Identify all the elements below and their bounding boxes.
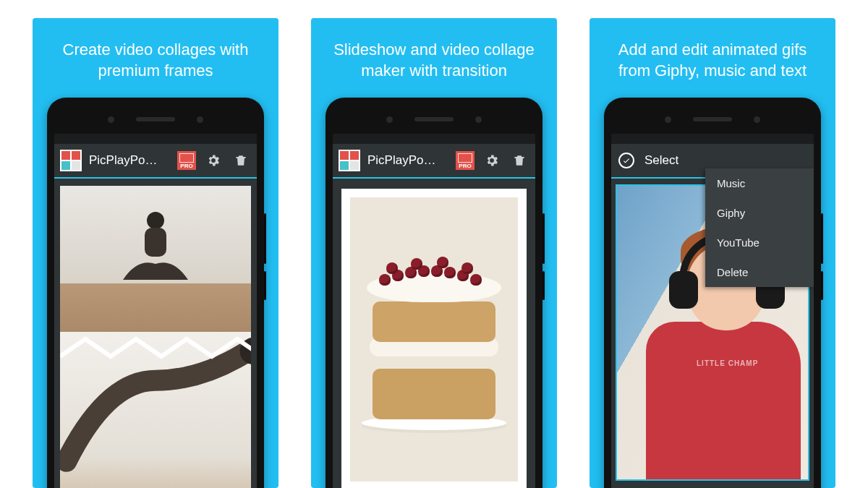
trash-icon: [512, 153, 527, 168]
status-bar: [611, 134, 814, 144]
delete-button[interactable]: [231, 150, 251, 171]
phone-screen: PicPlayPo… PRO: [54, 134, 257, 488]
panel-caption: Create video collages with premium frame…: [33, 18, 278, 98]
app-bar: PicPlayPo… PRO: [54, 144, 257, 179]
phone-screen: Select Music Giphy YouTube Delete LITTLE…: [611, 134, 814, 488]
phone-screen: PicPlayPo… PRO: [333, 134, 535, 488]
promo-panel-2: Slideshow and video collage maker with t…: [311, 18, 557, 488]
delete-button[interactable]: [509, 150, 529, 171]
pro-badge[interactable]: PRO: [456, 151, 475, 170]
app-bar: PicPlayPo… PRO: [333, 144, 535, 179]
menu-item-music[interactable]: Music: [705, 168, 814, 198]
photo-body-shape: [646, 322, 801, 481]
person-silhouette-icon: [109, 207, 203, 294]
menu-item-giphy[interactable]: Giphy: [705, 198, 814, 228]
sensor-dot-icon: [754, 116, 760, 123]
slide-image: [350, 197, 518, 481]
speaker-icon: [693, 117, 732, 121]
headphone-cup-shape: [669, 271, 698, 309]
phone-mockup: PicPlayPo… PRO: [47, 98, 264, 488]
speaker-icon: [136, 117, 175, 121]
photo-shirt-text: LITTLE CHAMP: [697, 359, 758, 367]
phone-notch: [611, 105, 814, 134]
app-title: PicPlayPo…: [367, 153, 448, 168]
camera-dot-icon: [386, 116, 393, 123]
phone-mockup: PicPlayPo… PRO: [326, 98, 542, 488]
cake-layer-shape: [373, 301, 495, 342]
trash-icon: [234, 153, 248, 168]
confirm-button[interactable]: [618, 153, 634, 168]
app-logo-icon: [60, 150, 82, 171]
phone-notch: [333, 105, 535, 134]
cake-berries-shape: [376, 260, 492, 288]
app-logo-icon: [339, 150, 360, 171]
bottom-toolbar: [611, 481, 814, 488]
sensor-dot-icon: [197, 116, 203, 123]
status-bar: [54, 134, 257, 144]
panel-caption: Slideshow and video collage maker with t…: [311, 18, 557, 98]
app-title: PicPlayPo…: [89, 153, 170, 168]
add-button[interactable]: [783, 485, 804, 488]
phone-notch: [54, 105, 257, 134]
editor-canvas[interactable]: Happy Birthday: [333, 180, 535, 488]
context-menu: Music Giphy YouTube Delete: [705, 168, 814, 287]
svg-point-0: [147, 212, 164, 229]
settings-button[interactable]: [203, 150, 224, 171]
pro-badge[interactable]: PRO: [177, 151, 196, 170]
camera-dot-icon: [108, 116, 114, 123]
zigzag-divider-icon: [60, 335, 251, 364]
settings-button[interactable]: [482, 150, 502, 171]
editor-canvas[interactable]: [54, 180, 257, 488]
camera-dot-icon: [665, 116, 671, 123]
speaker-icon: [414, 117, 454, 121]
menu-item-youtube[interactable]: YouTube: [705, 228, 814, 257]
promo-panel-3: Add and edit animated gifs from Giphy, m…: [590, 18, 835, 488]
menu-item-delete[interactable]: Delete: [705, 257, 814, 287]
status-bar: [333, 134, 535, 144]
slideshow-frame: Happy Birthday: [341, 189, 527, 488]
prev-button[interactable]: [621, 485, 642, 488]
phone-mockup: Select Music Giphy YouTube Delete LITTLE…: [604, 98, 821, 488]
cake-layer-shape: [373, 369, 495, 419]
check-icon: [622, 156, 631, 165]
mode-label: Select: [644, 153, 678, 168]
collage-frame: [60, 186, 251, 488]
sensor-dot-icon: [475, 116, 482, 123]
slide-caption-text[interactable]: Happy Birthday: [350, 481, 518, 488]
svg-rect-1: [145, 228, 166, 257]
promo-panel-1: Create video collages with premium frame…: [33, 18, 278, 488]
gear-icon: [206, 153, 221, 168]
gear-icon: [485, 153, 499, 168]
panel-caption: Add and edit animated gifs from Giphy, m…: [590, 18, 835, 98]
